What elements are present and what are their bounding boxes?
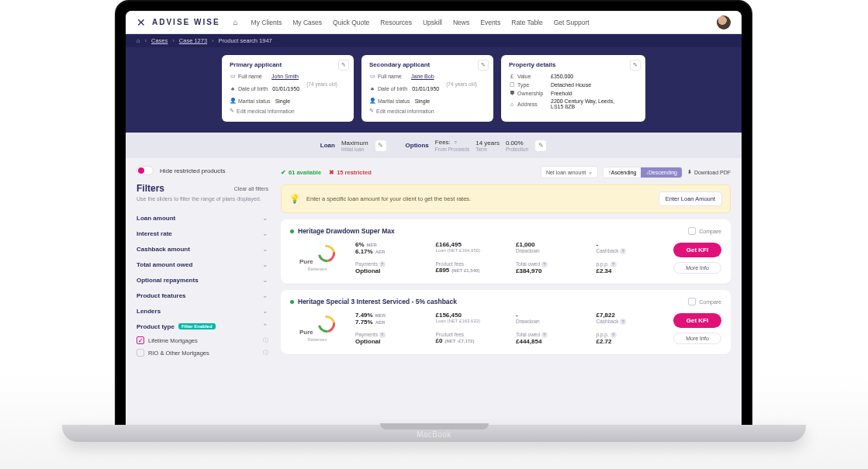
- download-pdf-button[interactable]: ⬇Download PDF: [687, 169, 731, 175]
- nav-get-support[interactable]: Get Support: [554, 19, 590, 26]
- filters-title: Filters: [137, 183, 164, 194]
- filter-interest-rate[interactable]: Interest rate⌄: [137, 226, 268, 241]
- home-icon[interactable]: ⌂: [233, 19, 239, 26]
- checkbox-icon[interactable]: [688, 227, 696, 235]
- compare-toggle[interactable]: Compare: [688, 227, 721, 235]
- pound-icon: £: [509, 73, 515, 79]
- chevron-down-icon: ⌄: [262, 307, 268, 315]
- filter-enabled-badge: Filter Enabled: [178, 323, 216, 329]
- edit-property-button[interactable]: ✎: [630, 60, 641, 71]
- hide-restricted-label: Hide restricted products: [160, 167, 225, 174]
- nav-news[interactable]: News: [453, 19, 469, 26]
- chevron-down-icon: ⌄: [262, 291, 268, 299]
- checkbox-icon[interactable]: [137, 349, 144, 357]
- home-icon: ⌂: [509, 101, 515, 107]
- chevron-down-icon: ⌄: [262, 245, 268, 253]
- property-address: 2200 Century Way, Leeds, LS15 8ZB: [551, 98, 628, 109]
- opt-rio-row[interactable]: RIO & Other Mortgages ⓘ: [137, 347, 268, 359]
- breadcrumb: ⌂ › Cases › Case 1273 › Product search 1…: [126, 34, 742, 47]
- user-avatar[interactable]: [717, 16, 731, 29]
- clear-filters-button[interactable]: Clear all filters: [234, 186, 268, 191]
- info-icon[interactable]: ?: [620, 248, 626, 254]
- brand-logo[interactable]: ✕ ADVISE WISE: [137, 16, 220, 29]
- property-type: Detached House: [551, 82, 591, 88]
- primary-title: Primary applicant: [230, 61, 346, 68]
- info-icon[interactable]: ?: [541, 261, 548, 267]
- edit-loan-button[interactable]: ✎: [375, 140, 387, 152]
- results-main: ✔61 available ✖15 restricted Net loan am…: [281, 166, 731, 359]
- secondary-fullname[interactable]: Jane Bob: [411, 74, 434, 79]
- badge-icon: ⛊: [509, 90, 515, 96]
- info-icon[interactable]: ?: [610, 332, 617, 338]
- secondary-dob: 01/01/1950: [412, 86, 439, 91]
- filter-features[interactable]: Product features⌄: [137, 288, 268, 303]
- filter-cashback[interactable]: Cashback amount⌄: [137, 241, 268, 257]
- cake-icon: ♣: [369, 85, 375, 91]
- filters-hint: Use the sliders to filter the range of p…: [137, 195, 268, 202]
- checkbox-checked-icon[interactable]: [137, 336, 144, 344]
- get-kfi-button[interactable]: Get KFI: [673, 313, 721, 328]
- info-icon[interactable]: ⓘ: [263, 349, 268, 357]
- opt-lifetime-row[interactable]: Lifetime Mortgages ⓘ: [137, 334, 268, 347]
- get-kfi-button[interactable]: Get KFI: [673, 243, 721, 257]
- filter-loan-amount[interactable]: Loan amount⌄: [137, 210, 268, 226]
- device-label: MacBook: [417, 430, 451, 439]
- product-name: Heritage Drawdown Super Max: [298, 227, 395, 235]
- checkbox-icon[interactable]: [688, 298, 696, 305]
- secondary-applicant-card: Secondary applicant ✎ ▭Full nameJane Bob…: [361, 55, 493, 122]
- primary-fullname[interactable]: John Smith: [271, 74, 299, 79]
- info-icon[interactable]: ?: [610, 261, 617, 267]
- filter-product-type[interactable]: Product typeFilter Enabled⌃: [137, 319, 268, 334]
- info-icon[interactable]: ?: [379, 332, 386, 338]
- edit-options-button[interactable]: ✎: [534, 140, 547, 152]
- nav-links: My Clients My Cases Quick Quote Resource…: [251, 19, 590, 26]
- nav-rate-table[interactable]: Rate Table: [511, 19, 542, 26]
- filter-lenders[interactable]: Lenders⌄: [137, 303, 268, 319]
- edit-secondary-medical[interactable]: ✎Edit medical information: [369, 108, 486, 114]
- hide-restricted-toggle[interactable]: [137, 166, 154, 175]
- pencil-icon: ✎: [230, 108, 234, 114]
- loan-heading: Loan: [320, 142, 335, 149]
- chevron-down-icon: ⌄: [262, 229, 268, 237]
- breadcrumb-current: Product search 1947: [219, 37, 272, 44]
- compare-toggle[interactable]: Compare: [688, 298, 721, 305]
- breadcrumb-cases[interactable]: Cases: [151, 37, 168, 44]
- sort-desc[interactable]: ↓Descending: [641, 167, 681, 178]
- property-card: Property details ✎ £Value£350,000 ▢TypeD…: [501, 55, 645, 122]
- product-name: Heritage Special 3 Interest Serviced - 5…: [298, 298, 457, 305]
- more-info-button[interactable]: More Info: [673, 333, 721, 344]
- secondary-marital: Single: [415, 98, 430, 104]
- card-icon: ▭: [369, 73, 375, 79]
- info-icon[interactable]: ?: [620, 319, 626, 325]
- edit-secondary-button[interactable]: ✎: [478, 60, 489, 71]
- breadcrumb-home-icon[interactable]: ⌂: [137, 37, 140, 44]
- person-icon: 👤: [369, 98, 375, 104]
- enter-loan-amount-button[interactable]: Enter Loan Amount: [659, 191, 722, 206]
- lender-logo: Pure Retirement: [290, 245, 344, 271]
- info-icon[interactable]: ?: [379, 261, 386, 267]
- options-strip: Loan MaximumInitial loan ✎ Options Fees:…: [126, 133, 742, 158]
- edit-primary-medical[interactable]: ✎Edit medical information: [230, 108, 346, 114]
- info-icon[interactable]: ?: [541, 332, 548, 338]
- info-icon[interactable]: ?: [452, 140, 458, 147]
- edit-primary-button[interactable]: ✎: [338, 60, 349, 71]
- nav-events[interactable]: Events: [480, 19, 500, 26]
- brand-name: ADVISE WISE: [152, 18, 220, 26]
- sort-asc[interactable]: ↑Ascending: [603, 167, 641, 178]
- nav-my-clients[interactable]: My Clients: [251, 19, 282, 26]
- nav-upskill[interactable]: Upskill: [423, 19, 442, 26]
- filter-optional-repay[interactable]: Optional repayments⌄: [137, 272, 268, 288]
- product-card: Heritage Special 3 Interest Serviced - 5…: [281, 290, 731, 354]
- more-info-button[interactable]: More Info: [673, 262, 721, 274]
- filter-total-owed[interactable]: Total amount owed⌄: [137, 257, 268, 272]
- breadcrumb-case[interactable]: Case 1273: [179, 37, 207, 44]
- sort-field-dropdown[interactable]: Net loan amount⌄: [541, 166, 598, 178]
- brand-mark-icon: ✕: [137, 16, 147, 29]
- nav-quick-quote[interactable]: Quick Quote: [333, 19, 369, 26]
- info-icon[interactable]: ⓘ: [263, 336, 268, 344]
- nav-resources[interactable]: Resources: [380, 19, 412, 26]
- loan-amount-notice: 💡 Enter a specific loan amount for your …: [281, 184, 731, 213]
- app-viewport: ✕ ADVISE WISE ⌂ My Clients My Cases Quic…: [126, 11, 742, 425]
- status-dot-icon: [290, 229, 294, 233]
- nav-my-cases[interactable]: My Cases: [292, 19, 322, 26]
